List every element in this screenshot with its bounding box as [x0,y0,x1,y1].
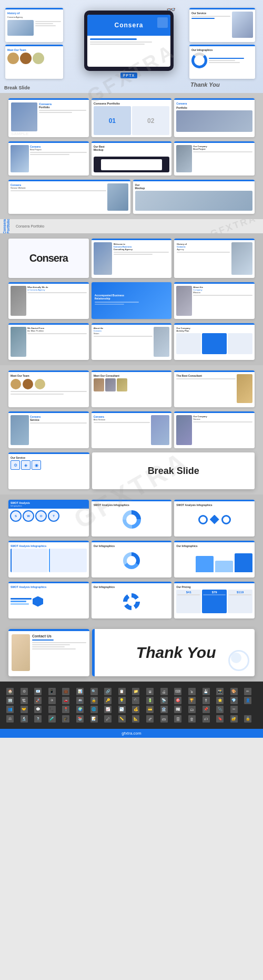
icon-cell: 🔓 [244,715,251,723]
icon-cell: 📡 [160,697,168,704]
icon-cell: 🏠 [6,688,14,695]
icon-cell: 👥 [6,706,14,713]
icon-cell: 📚 [76,715,84,723]
slide-swot-3: SWOT Analysis Infographics [174,500,255,537]
slide-main-problem: We Started From the Main Problem [8,323,89,360]
slide-portfolio-numbered: Consera Portfolio 01 02 [92,98,172,137]
icon-cell: 💰 [132,706,139,713]
icons-grid: 🏠 ⚙ 📧 📱 💼 📊 🔍 🔗 📋 📁 🖥 🖨 ⌨ 🖱 💾 📸 🎨 ✏ 🏢 🏗 … [4,686,259,715]
icon-cell: ✈ [48,697,56,704]
icon-cell: 📌 [203,706,210,713]
icon-cell: 🖨 [160,688,168,695]
icon-cell: 📍 [62,706,69,713]
icon-cell: 🎖 [203,697,210,704]
icon-cell: 📎 [216,706,224,713]
icon-cell: 🏦 [160,706,168,713]
thank-you-text: Thank You [131,644,216,662]
slide-what-we-do: What Actually We do in Consera Agency [8,282,89,319]
portfolio-row-2: Consera Best Project Our BestMockup [4,139,259,178]
icon-cell: 📊 [76,688,84,695]
icon-cell: 🔭 [34,715,42,723]
icon-cell: 🔑 [104,697,112,704]
icon-cell: 📱 [48,688,56,695]
final-row: Contact Us Thank You [4,627,259,678]
icons-section: 🏠 ⚙ 📧 📱 💼 📊 🔍 🔗 📋 📁 🖥 🖨 ⌨ 🖱 💾 📸 🎨 ✏ 🏢 🏗 … [0,682,263,729]
icon-cell: 🖥 [146,688,154,695]
icon-cell: 📧 [34,688,42,695]
slide-history: History of Consera Agency [174,239,255,278]
page-wrapper: History of Consera Agency [0,0,263,738]
company-row-1: Consera Welcome to Consera Business Cons… [4,236,259,280]
slide-accompanied: Accompanied Business Relationship [92,282,172,319]
slide-about-mission: About the Company Mission [174,282,255,319]
team-row-2: Consera Service Consera Best Service [4,409,259,450]
icon-cell: ✏ [244,688,251,695]
icon-cell: ⚖ [6,715,14,723]
slide-meet-consultant: Meet Our Consultant [92,370,172,407]
company-row-2: What Actually We do in Consera Agency Ac… [4,280,259,321]
slide-service-website: Consera Service Website [8,180,130,214]
icon-cell: 📝 [90,715,98,723]
slide-best-mockup: Our BestMockup [92,141,172,176]
icon-cell: ✂ [230,706,238,713]
swot-row-2: SWOT Analysis Infographics Our Infograph… [4,539,259,580]
icon-cell: 📏 [118,715,126,723]
icon-cell: 🔬 [21,715,28,723]
icon-cell: 📰 [174,706,181,713]
hero-thank-you-label: Thank You [189,81,258,88]
icon-cell: 🗑 [188,715,196,723]
slide-company-service: Our Company Service [174,411,255,448]
slide-swot-4: SWOT Analysis Infographics [8,541,89,577]
icon-cell: 🔌 [132,697,139,704]
icon-cell: 📞 [48,706,56,713]
icon-cell: 💡 [118,697,126,704]
icon-cell: 📁 [132,688,139,695]
slide-our-service-2: Our Service ⚙ ◈ ◉ [8,452,89,489]
consera-text: Consera [29,252,68,264]
icon-cell: 📸 [216,688,224,695]
icon-cell: 🖱 [188,688,196,695]
icon-cell: ⭐ [216,697,224,704]
team-section: Meet Our Team Meet Our Consultant [0,365,263,494]
footer-url: gfxtra.com [122,731,141,736]
icon-cell: 🔋 [146,697,154,704]
break-slide-text: Break Slide [148,466,199,477]
slide-company-project: Our CompanyBest Project [174,141,255,176]
slide-our-infographics-3: Our Infographics [92,582,172,618]
icons-grid-row2: ⚖ 🔬 🔭 🧪 🎓 📚 📝 🖊 📏 📐 🖇 🗃 🗄 🗑 🏷 🔖 🔐 🔓 [4,715,259,725]
mini-slide-team: Meet Our Team [5,45,63,79]
slide-consera-big: Consera [8,239,89,278]
icon-cell: 🔖 [216,715,224,723]
icon-cell: 💳 [146,706,154,713]
final-section: Contact Us Thank You [0,624,263,682]
site-footer: gfxtra.com [0,729,263,738]
icon-cell: 🏢 [6,697,14,704]
icon-cell: 🚗 [62,697,69,704]
icon-cell: 💾 [203,688,210,695]
icon-cell: 👤 [244,697,251,704]
icon-cell: 🔍 [90,688,98,695]
portfolio-section: Consera Portfolio SAMPLE Consera Portfol… [0,93,263,219]
icon-cell: 💼 [62,688,69,695]
icon-cell: 🏗 [21,697,28,704]
icon-cell: 🗃 [160,715,168,723]
icon-cell: 🎓 [62,715,69,723]
icon-cell: 📐 [132,715,139,723]
icon-cell: 💬 [34,706,42,713]
icon-cell: 🔒 [90,697,98,704]
company-row-3: We Started From the Main Problem About t… [4,321,259,362]
slide-best-consultant: The Best Consultant [174,370,255,407]
icon-cell: 📉 [118,706,126,713]
slide-meet-team: Meet Our Team [8,370,89,407]
icon-cell: 🏷 [203,715,210,723]
swot-row-1: SWOT Analysis Infographics S W O T SWOT … [4,498,259,539]
slide-contact-us: Contact Us [8,629,89,676]
slide-our-infographics-2: Our Infographics [174,541,255,577]
slide-activity-plan: Our CompanyActivity Plan [174,323,255,360]
portfolio-row-3: Consera Service Website OurMockup [4,178,259,216]
icon-cell: 🏆 [188,697,196,704]
hero-area: History of Consera Agency [0,0,263,93]
icon-cell: 🎨 [230,688,238,695]
icon-cell: 💎 [230,697,238,704]
team-row-3: Our Service ⚙ ◈ ◉ Break Slide [4,450,259,491]
